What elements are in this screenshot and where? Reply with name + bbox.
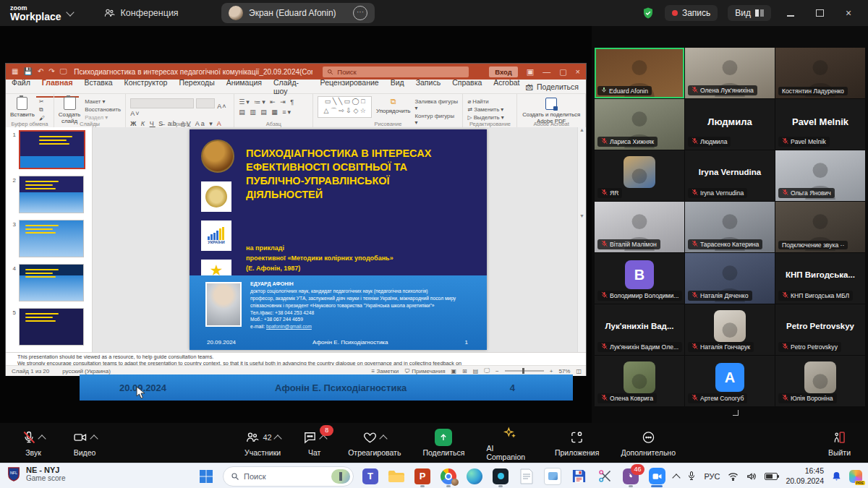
participant-tile[interactable]: Віталій Малімон: [595, 202, 684, 252]
chevron-up-icon[interactable]: [90, 435, 98, 442]
tray-mic-icon[interactable]: [687, 471, 696, 481]
chevron-up-icon[interactable]: [273, 435, 281, 442]
comments-toggle[interactable]: 🗩 Примечания: [404, 368, 445, 374]
tab-shared-screen[interactable]: Экран (Eduard Afonin) ···: [221, 3, 375, 23]
slide-thumbnail-1[interactable]: 1: [10, 130, 88, 169]
participant-tile[interactable]: Petro PetrovskyyPetro Petrovskyy: [775, 304, 865, 355]
font-name-select[interactable]: [130, 98, 194, 108]
brand-chevron-icon[interactable]: [66, 8, 74, 16]
ppt-minimize-button[interactable]: —: [542, 67, 550, 76]
chevron-up-icon[interactable]: [38, 435, 46, 442]
taskbar-app-save-tool[interactable]: [569, 467, 588, 486]
participant-tile[interactable]: Наталія Гончарук: [685, 304, 775, 355]
ppt-restore-button[interactable]: ▢: [559, 67, 566, 77]
ppt-close-button[interactable]: ×: [576, 67, 580, 76]
save-icon[interactable]: 💾: [23, 67, 32, 76]
participant-tile[interactable]: Олена Лук'янихіна: [685, 48, 775, 98]
more-participants-chevron-icon[interactable]: [733, 410, 739, 416]
participant-tile[interactable]: Юлія Вороніна: [775, 356, 865, 406]
taskbar-app-viber[interactable]: 46: [621, 467, 640, 486]
participant-tile[interactable]: ЯR: [595, 150, 684, 201]
notes-toggle[interactable]: ≡ Заметки: [372, 368, 399, 374]
clipboard-small-buttons[interactable]: ✂⧉🖌: [39, 96, 45, 121]
zoom-out-button[interactable]: −: [495, 368, 499, 374]
section-button[interactable]: Раздел ▾: [85, 114, 121, 121]
thumbnail-preview[interactable]: [19, 308, 84, 346]
slide-thumbnail-5[interactable]: 5: [10, 308, 88, 346]
toolbar-chat-button[interactable]: 8Чат: [301, 429, 328, 457]
toolbar-heart-button[interactable]: Отреагировать: [346, 429, 402, 457]
thumbnail-preview[interactable]: [19, 264, 84, 301]
notes-pane[interactable]: This presentation should be viewed as a …: [6, 352, 586, 365]
ribbon-options-icon[interactable]: ▣: [527, 67, 534, 77]
window-close-button[interactable]: ×: [839, 7, 858, 19]
toolbar-participants-button[interactable]: 42Участники: [243, 429, 282, 457]
slide-thumbnail-2[interactable]: 2: [10, 176, 88, 213]
taskbar-app-teams[interactable]: T: [361, 467, 380, 486]
start-slideshow-icon[interactable]: 🖵: [60, 67, 67, 76]
copy-icon[interactable]: ⧉: [39, 106, 45, 114]
toolbar-camera-button[interactable]: Видео: [71, 429, 98, 457]
participant-tile[interactable]: Костянтин Ладуренко: [775, 48, 865, 98]
participant-tile[interactable]: ЛюдмилаЛюдмила: [685, 99, 775, 150]
participant-tile[interactable]: ВВолодимир Володими...: [595, 253, 684, 304]
list-buttons[interactable]: ☰▾ ≔▾ ⇤ ⇥ ¶: [239, 98, 295, 106]
arrange-button[interactable]: ⧉ Упорядочить: [376, 96, 411, 114]
start-button[interactable]: [197, 467, 216, 486]
view-reading-icon[interactable]: ▤: [473, 368, 479, 374]
taskbar-search-box[interactable]: Поиск: [223, 466, 354, 487]
select-button[interactable]: ▷ Выделить ▾: [467, 114, 503, 121]
zoom-slider[interactable]: [505, 370, 544, 372]
fit-slide-icon[interactable]: ◫: [576, 368, 582, 374]
input-language[interactable]: РУС: [704, 472, 720, 481]
reset-button[interactable]: Восстановить: [85, 106, 121, 113]
toolbar-exit-button[interactable]: Выйти: [827, 429, 852, 457]
participant-tile[interactable]: Eduard Afonin: [595, 48, 684, 98]
chevron-up-icon[interactable]: [320, 435, 328, 442]
zoom-percentage[interactable]: 57%: [558, 368, 570, 374]
tray-overflow-chevron-icon[interactable]: [673, 474, 681, 481]
slide-thumbnail-4[interactable]: 4: [10, 264, 88, 301]
volume-icon[interactable]: [746, 472, 757, 481]
copilot-icon[interactable]: PRE: [849, 470, 862, 483]
align-buttons[interactable]: ▤ ▥ ▤ ▦ ≡▾: [239, 108, 295, 116]
participant-tile[interactable]: Ольга Янович: [775, 150, 865, 201]
taskbar-app-edge[interactable]: [465, 467, 484, 486]
chevron-up-icon[interactable]: [380, 435, 388, 442]
participant-tile[interactable]: Олена Коврига: [595, 356, 684, 406]
security-shield-icon[interactable]: [642, 7, 655, 20]
view-sorter-icon[interactable]: ⊞: [462, 368, 467, 374]
participant-tile[interactable]: Тарасенко Катерина: [685, 202, 775, 252]
redo-icon[interactable]: ↷: [48, 67, 54, 76]
participant-tile[interactable]: Pavel MelnikPavel Melnik: [775, 99, 865, 150]
author-email-link[interactable]: bpafonin@gmail.com: [266, 324, 312, 329]
ppt-share-button[interactable]: 🖄 Поделиться: [526, 82, 579, 91]
taskbar-app-powerpoint[interactable]: P: [413, 467, 432, 486]
battery-icon[interactable]: [765, 473, 778, 480]
participant-tile[interactable]: ААртем Сологуб: [685, 356, 775, 406]
participant-tile[interactable]: Лариса Хижняк: [595, 99, 684, 150]
participant-tile[interactable]: Iryna VernudinaIryna Vernudina: [685, 150, 775, 201]
screen-tab-options-icon[interactable]: ···: [353, 6, 367, 20]
language-indicator[interactable]: русский (Украина): [62, 368, 111, 374]
zoom-in-button[interactable]: +: [550, 368, 553, 374]
taskbar-app-photos[interactable]: [543, 467, 562, 486]
participant-tile[interactable]: Наталія Дяченко: [685, 253, 775, 304]
taskbar-widget[interactable]: NFL NE - NYJ Game score: [7, 466, 65, 482]
find-button[interactable]: ⌀ Найти: [467, 98, 503, 105]
font-size-select[interactable]: [196, 98, 215, 108]
slide-thumbnail-3[interactable]: 3: [10, 220, 88, 257]
recording-indicator[interactable]: Запись: [665, 5, 718, 21]
tab-meeting[interactable]: Конференция: [103, 8, 179, 18]
taskbar-app-zoom[interactable]: [647, 467, 666, 486]
shapes-gallery[interactable]: ▭ ╲ ╲ ▭ ◯ □△ ⌒ ⇨ ⇩ ◇ ☆: [318, 96, 372, 118]
thumbnail-preview[interactable]: [19, 130, 85, 169]
participant-tile[interactable]: Подключение звука ··: [775, 202, 865, 252]
undo-icon[interactable]: ↶: [38, 67, 43, 76]
taskbar-app-snipping[interactable]: [595, 467, 614, 486]
thumbnail-preview[interactable]: [19, 176, 84, 213]
taskbar-app-chrome[interactable]: [439, 467, 458, 486]
shape-fill-button[interactable]: Заливка фигуры ▾: [415, 98, 459, 111]
taskbar-app-explorer[interactable]: [387, 467, 406, 486]
toolbar-share-button[interactable]: Поделиться: [421, 429, 466, 457]
